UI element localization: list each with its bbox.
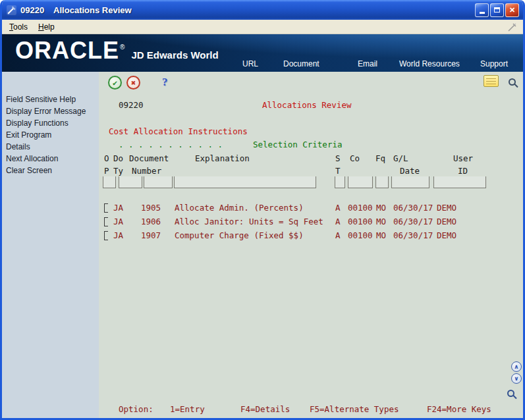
- sidebar-item-display-functions[interactable]: Display Functions: [6, 117, 96, 129]
- attachment-note-icon[interactable]: [484, 75, 499, 87]
- cell-doc-number: 1906: [141, 217, 161, 226]
- cell-company: 00100: [348, 203, 373, 213]
- col-header-t: T: [335, 166, 341, 176]
- selection-criteria-label: Selection Criteria: [253, 140, 342, 149]
- cancel-icon[interactable]: ✖: [126, 76, 140, 90]
- col-header-s: S: [335, 153, 341, 163]
- filter-frequency-field[interactable]: [375, 176, 389, 188]
- banner-link-document[interactable]: Document: [283, 59, 319, 68]
- window-title: 09220 Allocations Review: [20, 5, 475, 15]
- allocation-row: JA 1906 Alloc Janitor: Units = Sq Feet A…: [99, 217, 523, 228]
- col-header-number: Number: [132, 166, 161, 176]
- col-header-do: Do: [113, 153, 123, 163]
- app-window: 09220 Allocations Review ✕ Tools Help OR…: [0, 0, 525, 420]
- sidebar-item-display-error-message[interactable]: Display Error Message: [6, 105, 96, 117]
- cell-user-id: DEMO: [437, 230, 456, 240]
- registered-mark: ®: [120, 43, 124, 51]
- sidebar-item-details[interactable]: Details: [6, 141, 96, 153]
- window-controls: ✕: [475, 3, 519, 17]
- col-header-fq: Fq: [375, 153, 385, 163]
- brand-block: ORACLE ® JD Edwards World: [15, 39, 219, 63]
- filter-company-field[interactable]: [348, 176, 373, 188]
- footer-key-alternate-types: F5=Alternate Types: [310, 404, 399, 414]
- maximize-button[interactable]: [490, 3, 504, 17]
- cell-explanation: Allocate Admin. (Percents): [175, 203, 304, 213]
- titlebar[interactable]: 09220 Allocations Review ✕: [2, 0, 523, 20]
- chevron-up-icon: ∧: [514, 363, 518, 370]
- col-header-gl: G/L: [393, 153, 408, 163]
- sidebar-item-clear-screen[interactable]: Clear Screen: [6, 165, 96, 176]
- allocation-row: JA 1907 Computer Charge (Fixed $$) A 001…: [99, 230, 523, 242]
- row-option-field[interactable]: [104, 231, 108, 240]
- oracle-logo: ORACLE: [15, 39, 119, 63]
- footer-key-details: F4=Details: [240, 404, 290, 414]
- check-icon: ✔: [113, 78, 117, 88]
- filter-status-field[interactable]: [335, 176, 345, 188]
- jde-blade-icon: [507, 22, 518, 32]
- col-header-document: Document: [129, 153, 169, 163]
- menubar: Tools Help: [2, 20, 523, 34]
- cell-explanation: Computer Charge (Fixed $$): [175, 230, 304, 240]
- cell-gl-date: 06/30/17: [393, 203, 433, 213]
- x-icon: ✖: [131, 78, 136, 88]
- product-name: JD Edwards World: [131, 49, 218, 61]
- sidebar-item-field-sensitive-help[interactable]: Field Sensitive Help: [6, 93, 96, 105]
- cell-status: A: [335, 203, 341, 213]
- cell-gl-date: 06/30/17: [393, 230, 433, 240]
- app-icon: [6, 5, 17, 16]
- banner-link-url[interactable]: URL: [242, 59, 258, 68]
- col-header-p: P: [104, 166, 109, 176]
- cell-explanation: Alloc Janitor: Units = Sq Feet: [175, 217, 323, 226]
- col-header-ty: Ty: [113, 166, 123, 176]
- search-icon[interactable]: [509, 78, 516, 88]
- minimize-button[interactable]: [475, 3, 489, 17]
- oracle-banner: ORACLE ® JD Edwards World URL Document E…: [2, 34, 523, 72]
- cell-gl-date: 06/30/17: [393, 217, 433, 226]
- screen-area: ✔ ✖ ? 09220 Allocations Review Cost Allo…: [99, 72, 523, 418]
- section-title: Cost Allocation Instructions: [109, 126, 248, 136]
- banner-link-support[interactable]: Support: [480, 59, 508, 68]
- scroll-down-button[interactable]: ∨: [511, 373, 522, 384]
- col-header-co: Co: [350, 153, 360, 163]
- help-icon[interactable]: ?: [162, 76, 168, 89]
- sidebar: Field Sensitive Help Display Error Messa…: [2, 72, 99, 418]
- magnifier-glyph: [509, 78, 516, 86]
- col-header-o: O: [104, 153, 109, 163]
- cell-frequency: MO: [376, 217, 386, 226]
- filter-explanation-field[interactable]: [174, 176, 316, 188]
- col-header-explanation: Explanation: [195, 153, 250, 163]
- search-icon-bottom[interactable]: [507, 389, 514, 399]
- row-option-field[interactable]: [104, 203, 108, 213]
- magnifier-glyph: [507, 390, 514, 397]
- filter-op-field[interactable]: [103, 176, 116, 188]
- cell-status: A: [335, 230, 341, 240]
- banner-link-world-resources[interactable]: World Resources: [399, 59, 460, 68]
- cell-user-id: DEMO: [437, 203, 456, 213]
- filter-gl-date-field[interactable]: [391, 176, 429, 188]
- filter-user-id-field[interactable]: [433, 176, 486, 188]
- cell-doc-type: JA: [113, 230, 123, 240]
- cell-frequency: MO: [376, 203, 386, 213]
- footer-key-entry: 1=Entry: [170, 404, 205, 414]
- ok-icon[interactable]: ✔: [108, 76, 122, 90]
- minimize-icon: [480, 12, 485, 14]
- scroll-up-button[interactable]: ∧: [511, 361, 522, 372]
- banner-link-email[interactable]: Email: [358, 59, 377, 68]
- cell-company: 00100: [348, 230, 373, 240]
- menu-tools[interactable]: Tools: [4, 21, 33, 33]
- col-header-id: ID: [458, 166, 468, 176]
- close-button[interactable]: ✕: [505, 3, 519, 17]
- filter-doc-number-field[interactable]: [144, 176, 173, 188]
- menu-help[interactable]: Help: [33, 21, 60, 33]
- allocation-row: JA 1905 Allocate Admin. (Percents) A 001…: [99, 203, 523, 215]
- sidebar-item-exit-program[interactable]: Exit Program: [6, 129, 96, 141]
- cell-doc-type: JA: [113, 203, 123, 213]
- sidebar-item-next-allocation[interactable]: Next Allocation: [6, 153, 96, 165]
- dots-divider: . . . . . . . . . . .: [119, 140, 223, 149]
- row-option-field[interactable]: [104, 217, 108, 226]
- cell-doc-number: 1907: [141, 230, 161, 240]
- maximize-icon: [494, 7, 500, 13]
- filter-doc-type-field[interactable]: [119, 176, 142, 188]
- footer-option-label: Option:: [119, 404, 153, 414]
- cell-frequency: MO: [376, 230, 386, 240]
